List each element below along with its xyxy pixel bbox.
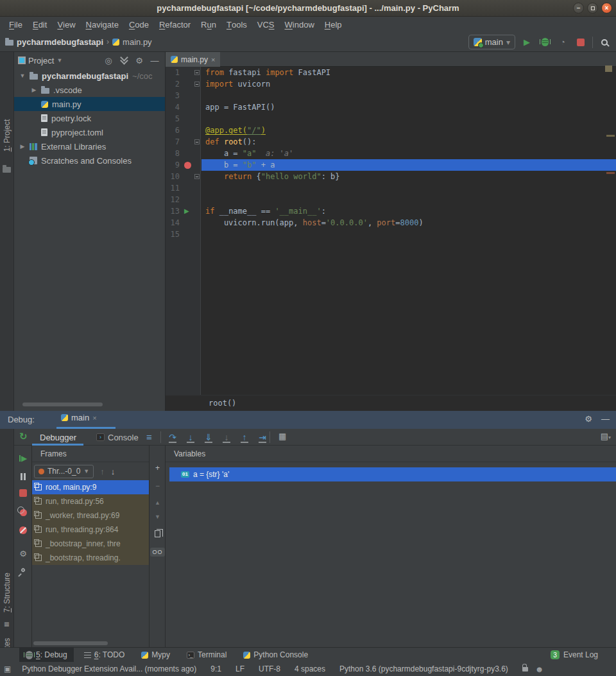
view-options-button[interactable]: ≡ — [146, 431, 152, 442]
view-breakpoints-button[interactable] — [18, 507, 28, 517]
fold-marker-icon[interactable] — [194, 70, 200, 75]
status-item-python-3-6-pycharmdebugfastapi-9cdjtyrg-py3-6[interactable]: Python 3.6 (pycharmdebugfastapi-9cdjtyrg… — [332, 664, 515, 673]
toolwindow-button-5-debug[interactable]: 5: Debug — [19, 648, 74, 663]
menu-item-file[interactable]: File — [4, 17, 28, 32]
tree-expand-icon[interactable]: ▶ — [19, 143, 26, 150]
breadcrumb-file[interactable]: main.py — [123, 37, 152, 47]
profile-button[interactable]: ◔ — [556, 36, 569, 49]
step-over-button[interactable]: ↷ — [168, 432, 177, 442]
menu-item-view[interactable]: View — [52, 17, 80, 32]
close-tab-icon[interactable]: × — [211, 56, 215, 64]
thread-dropdown[interactable]: Thr...-0_0 ▼ — [34, 465, 94, 478]
menu-item-vcs[interactable]: VCS — [252, 17, 280, 32]
menu-item-run[interactable]: Run — [196, 17, 221, 32]
stop-button[interactable] — [18, 488, 28, 498]
tree-item-vscode[interactable]: ▶.vscode — [14, 83, 165, 97]
toolwindow-switcher-icon[interactable]: ▣ — [0, 664, 15, 673]
tree-item-pyproject-toml[interactable]: pyproject.toml — [14, 125, 165, 139]
toolwindow-button-terminal[interactable]: ›_Terminal — [180, 648, 233, 663]
variable-row[interactable]: 01a = {str} 'a' — [169, 467, 616, 481]
fold-marker-icon[interactable] — [194, 139, 200, 144]
status-item-utf-8[interactable]: UTF-8 — [252, 664, 287, 673]
force-step-into-button[interactable]: ⇓ — [204, 432, 213, 442]
layout-settings-button[interactable]: ▤▾ — [601, 431, 611, 441]
debug-settings-gear-icon[interactable]: ⚙ — [585, 414, 592, 424]
tree-expand-icon[interactable]: ▶ — [31, 87, 37, 93]
locate-file-button[interactable]: ◎ — [102, 56, 115, 65]
tree-item-main-py[interactable]: main.py — [14, 97, 165, 111]
toolwindow-button-python-console[interactable]: Python Console — [237, 648, 314, 663]
code-editor[interactable]: main.py × 12345678910111213▶1415 from fa… — [166, 52, 616, 411]
menu-item-edit[interactable]: Edit — [28, 17, 52, 32]
menu-item-code[interactable]: Code — [124, 17, 154, 32]
breadcrumb-project[interactable]: pycharmdebugfastapi — [17, 37, 103, 47]
close-session-icon[interactable]: × — [92, 414, 96, 422]
smart-step-into-button[interactable]: ↓ — [222, 432, 231, 442]
project-panel-title[interactable]: Project — [28, 56, 54, 65]
frame-row[interactable]: _bootstrap_inner, thre — [32, 537, 149, 551]
maximize-button[interactable] — [587, 3, 598, 13]
editor-tab-main-py[interactable]: main.py × — [166, 52, 220, 67]
project-horizontal-scrollbar[interactable] — [22, 403, 103, 406]
debug-session-tab[interactable]: main × — [61, 413, 97, 422]
hide-panel-button[interactable]: — — [148, 56, 161, 65]
scrollbar-warning-marker[interactable] — [606, 135, 615, 137]
run-line-icon[interactable]: ▶ — [184, 207, 189, 215]
add-watch-button[interactable]: + — [150, 464, 166, 472]
collapse-all-button[interactable] — [117, 56, 130, 65]
tree-collapse-icon[interactable]: ▼ — [19, 73, 26, 79]
sidebar-item-project[interactable]: 1: Project — [0, 107, 14, 164]
breadcrumb-method[interactable]: root() — [209, 399, 236, 408]
project-settings-button[interactable]: ⚙ — [133, 56, 146, 65]
run-config-selector[interactable]: main ▾ — [468, 35, 515, 49]
frame-row[interactable]: run, thread.py:56 — [32, 494, 149, 508]
frame-row[interactable]: run, threading.py:864 — [32, 523, 149, 537]
show-watches-button[interactable]: OO — [150, 547, 166, 557]
tree-item-poetry-lock[interactable]: poetry.lock — [14, 111, 165, 125]
scrollbar-breakpoint-marker[interactable] — [606, 172, 615, 174]
frames-horizontal-scrollbar[interactable] — [33, 641, 108, 645]
search-everywhere-button[interactable] — [598, 36, 611, 49]
stop-button[interactable] — [574, 36, 587, 49]
pause-button[interactable] — [18, 471, 28, 481]
hector-inspections-icon[interactable]: ☻ — [535, 664, 544, 674]
debugger-settings-button[interactable]: ⚙ — [18, 548, 28, 559]
menu-item-window[interactable]: Window — [280, 17, 320, 32]
next-frame-button[interactable]: ↓ — [111, 467, 116, 476]
menu-item-help[interactable]: Help — [320, 17, 347, 32]
evaluate-expression-button[interactable]: ▦ — [278, 431, 286, 441]
remove-watch-button[interactable]: − — [150, 481, 166, 490]
resume-button[interactable]: ▶ — [18, 453, 28, 464]
hide-debug-panel-icon[interactable]: — — [601, 414, 610, 424]
minimize-button[interactable]: – — [573, 3, 584, 13]
previous-frame-button[interactable]: ↑ — [100, 467, 105, 476]
frame-row[interactable]: _bootstrap, threading. — [32, 551, 149, 565]
step-into-button[interactable]: ↓ — [186, 432, 195, 442]
status-item-lf[interactable]: LF — [228, 664, 252, 673]
editor-gutter[interactable]: 12345678910111213▶1415 — [166, 67, 201, 395]
tree-item-scratches-and-consoles[interactable]: Scratches and Consoles — [14, 153, 165, 168]
event-log-button[interactable]: 3 Event Log — [551, 650, 598, 659]
chevron-down-icon[interactable]: ▼ — [56, 57, 62, 64]
menu-item-navigate[interactable]: Navigate — [81, 17, 124, 32]
debug-button[interactable] — [538, 36, 551, 49]
run-to-cursor-button[interactable]: ⇥ — [258, 432, 267, 442]
rerun-button[interactable]: ↻ — [19, 431, 28, 442]
breakpoint-icon[interactable] — [184, 162, 191, 169]
toolwindow-button-6-todo[interactable]: 6: TODO — [78, 648, 132, 663]
toolwindow-button-mypy[interactable]: Mypy — [135, 648, 176, 663]
menu-item-refactor[interactable]: Refactor — [154, 17, 196, 32]
close-button[interactable]: × — [601, 3, 612, 13]
status-item-9-1[interactable]: 9:1 — [203, 664, 228, 673]
pin-tab-button[interactable] — [18, 565, 28, 575]
duplicate-watch-button[interactable] — [150, 530, 166, 539]
fold-marker-icon[interactable] — [194, 82, 200, 87]
tree-item-pycharmdebugfastapi[interactable]: ▼pycharmdebugfastapi ~/coc — [14, 69, 165, 83]
fold-marker-icon[interactable] — [194, 174, 200, 179]
frame-row[interactable]: root, main.py:9 — [32, 480, 149, 494]
sidebar-item-structure[interactable]: 7: Structure — [0, 566, 14, 620]
move-up-button[interactable]: ▲ — [150, 499, 166, 506]
mute-breakpoints-button[interactable] — [18, 525, 28, 535]
tree-item-external-libraries[interactable]: ▶External Libraries — [14, 139, 165, 153]
step-out-button[interactable]: ↑ — [240, 432, 249, 442]
